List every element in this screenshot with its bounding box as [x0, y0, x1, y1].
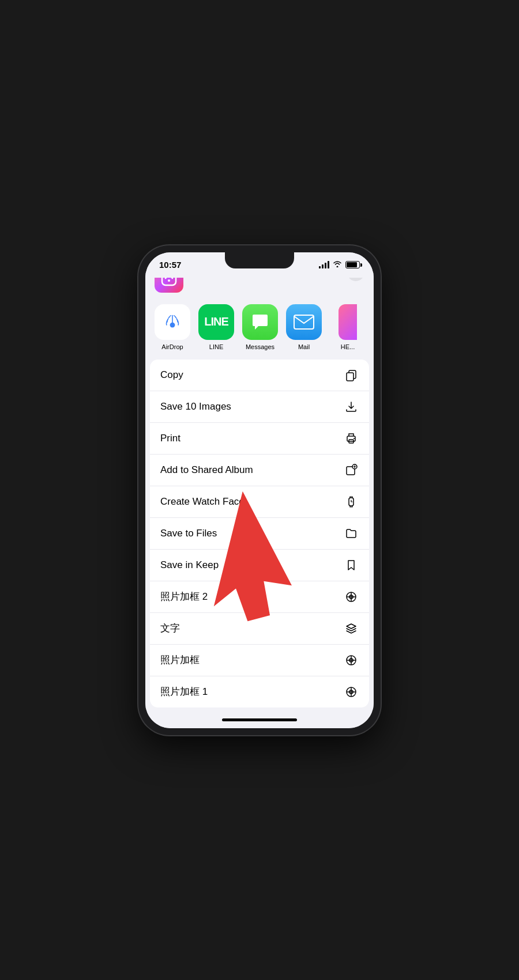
- notch: [225, 252, 294, 268]
- status-time: 10:57: [159, 260, 181, 270]
- share-sheet: ✕: [145, 278, 374, 712]
- messages-share-button[interactable]: Messages: [242, 304, 278, 350]
- close-button[interactable]: ✕: [347, 278, 364, 281]
- save-in-keep-action[interactable]: Save in Keep: [150, 550, 369, 581]
- partial-app-label: HE...: [341, 343, 355, 350]
- svg-point-8: [353, 438, 355, 439]
- save-images-icon: [344, 399, 359, 414]
- photo-frame1-icon: [344, 684, 359, 699]
- save-images-action[interactable]: Save 10 Images: [150, 391, 369, 423]
- phone-screen: 10:57: [145, 252, 374, 728]
- signal-icon: [319, 262, 329, 268]
- copy-icon: [344, 368, 359, 383]
- line-share-button[interactable]: LINE LINE: [198, 304, 234, 350]
- status-icons: [319, 260, 360, 269]
- photo-frame-label: 照片加框: [160, 653, 200, 667]
- copy-action[interactable]: Copy: [150, 360, 369, 391]
- sheet-header: ✕: [145, 278, 374, 298]
- home-bar: [222, 718, 297, 721]
- airdrop-icon: [155, 304, 190, 340]
- create-watch-label: Create Watch Face: [160, 496, 245, 508]
- mail-label: Mail: [298, 343, 310, 350]
- airdrop-label: AirDrop: [161, 343, 183, 350]
- print-icon: [344, 431, 359, 446]
- create-watch-face-action[interactable]: Create Watch Face: [150, 486, 369, 518]
- airdrop-share-button[interactable]: AirDrop: [155, 304, 190, 350]
- svg-rect-3: [294, 315, 314, 329]
- text-action[interactable]: 文字: [150, 613, 369, 645]
- save-images-label: Save 10 Images: [160, 401, 231, 413]
- more-app-button[interactable]: HE...: [330, 304, 366, 350]
- svg-point-2: [170, 322, 175, 327]
- photo-frame-icon: [344, 653, 359, 668]
- photo-frame1-label: 照片加框 1: [160, 685, 208, 698]
- action-list: Copy Save 10 Images: [150, 360, 369, 707]
- wifi-icon: [333, 260, 342, 269]
- text-label: 文字: [160, 622, 180, 635]
- watch-icon: [344, 494, 359, 509]
- add-shared-label: Add to Shared Album: [160, 464, 253, 476]
- partial-app-icon: [339, 304, 357, 340]
- save-to-files-action[interactable]: Save to Files: [150, 518, 369, 550]
- photo-frame2-action[interactable]: 照片加框 2: [150, 581, 369, 613]
- home-indicator-area: [145, 712, 374, 728]
- mail-share-button[interactable]: Mail: [286, 304, 322, 350]
- battery-icon: [345, 261, 360, 268]
- svg-point-1: [168, 279, 170, 282]
- photo-frame1-action[interactable]: 照片加框 1: [150, 676, 369, 707]
- bookmark-icon: [344, 558, 359, 573]
- photo-frame2-icon: [344, 589, 359, 604]
- source-app-icon: [155, 278, 183, 293]
- content-area: ✕: [145, 278, 374, 712]
- save-keep-label: Save in Keep: [160, 559, 219, 571]
- messages-icon: [242, 304, 278, 340]
- print-action[interactable]: Print: [150, 423, 369, 455]
- print-label: Print: [160, 433, 180, 444]
- folder-icon: [344, 526, 359, 541]
- photo-frame-action[interactable]: 照片加框: [150, 645, 369, 676]
- copy-label: Copy: [160, 369, 183, 381]
- app-sharing-row: AirDrop LINE LINE Messa: [145, 298, 374, 360]
- mail-icon: [286, 304, 322, 340]
- save-files-label: Save to Files: [160, 528, 217, 539]
- shared-album-icon: [344, 463, 359, 478]
- layers-icon: [344, 621, 359, 636]
- add-shared-album-action[interactable]: Add to Shared Album: [150, 455, 369, 486]
- photo-frame2-label: 照片加框 2: [160, 590, 208, 603]
- messages-label: Messages: [246, 343, 274, 350]
- line-label: LINE: [209, 343, 223, 350]
- phone-frame: 10:57: [138, 245, 381, 735]
- svg-rect-5: [347, 373, 353, 381]
- line-icon: LINE: [198, 304, 234, 340]
